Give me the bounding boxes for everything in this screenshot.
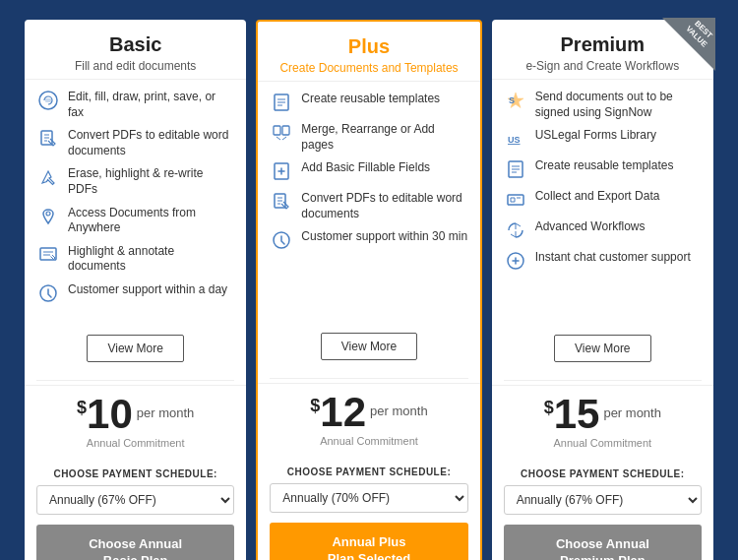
svg-rect-15 bbox=[508, 195, 523, 205]
feature-icon-0: S bbox=[504, 89, 527, 112]
feature-text: Convert PDFs to editable word documents bbox=[68, 128, 234, 158]
price-section: $ 15 per month Annual Commitment bbox=[492, 385, 713, 461]
feature-icon-4 bbox=[504, 218, 527, 242]
feature-text: Collect and Export Data bbox=[535, 189, 702, 205]
feature-text: Create reusable templates bbox=[535, 158, 702, 174]
plans-container: Basic Fill and edit documents Edit, fill… bbox=[10, 10, 728, 560]
feature-text: Merge, Rearrange or Add pages bbox=[301, 122, 467, 153]
payment-select[interactable]: Annually (70% OFF) bbox=[270, 483, 467, 513]
choose-plan-button[interactable]: Annual PlusPlan Selected bbox=[270, 523, 467, 560]
price-per: per month bbox=[137, 405, 195, 420]
plan-card-plus: Plus Create Documents and Templates Crea… bbox=[256, 20, 481, 560]
feature-item: Access Documents from Anywhere bbox=[36, 206, 234, 236]
price-section: $ 10 per month Annual Commitment bbox=[25, 385, 246, 461]
feature-item: Create reusable templates bbox=[270, 92, 467, 114]
payment-section: CHOOSE PAYMENT SCHEDULE: Annually (70% O… bbox=[258, 459, 479, 560]
view-more-button[interactable]: View More bbox=[87, 335, 183, 362]
plan-name: Premium bbox=[502, 33, 704, 56]
payment-select[interactable]: Annually (67% OFF) bbox=[504, 485, 702, 515]
plan-subtitle: e-Sign and Create Workflows bbox=[502, 59, 704, 73]
divider bbox=[36, 380, 234, 381]
payment-label: CHOOSE PAYMENT SCHEDULE: bbox=[36, 468, 234, 479]
payment-section: CHOOSE PAYMENT SCHEDULE: Annually (67% O… bbox=[492, 461, 713, 560]
feature-item: S Send documents out to be signed using … bbox=[504, 90, 702, 120]
features-list: Edit, fill, draw, print, save, or fax Co… bbox=[25, 80, 246, 323]
feature-icon-2 bbox=[504, 157, 527, 181]
feature-text: Customer support within 30 min bbox=[301, 229, 467, 245]
annual-commitment: Annual Commitment bbox=[268, 435, 469, 447]
view-more-button[interactable]: View More bbox=[321, 333, 417, 360]
feature-text: Highlight & annotate documents bbox=[68, 244, 234, 275]
feature-icon-0 bbox=[36, 89, 60, 112]
feature-item: Erase, highlight & re-write PDFs bbox=[36, 166, 234, 197]
feature-icon-4 bbox=[36, 243, 60, 267]
feature-item: Collect and Export Data bbox=[504, 189, 702, 212]
plan-card-basic: Basic Fill and edit documents Edit, fill… bbox=[25, 20, 246, 560]
features-list: S Send documents out to be signed using … bbox=[492, 80, 713, 323]
feature-item: Merge, Rearrange or Add pages bbox=[270, 122, 467, 153]
feature-item: Advanced Workflows bbox=[504, 219, 702, 242]
plan-name: Basic bbox=[34, 33, 236, 56]
price-number: 15 bbox=[554, 394, 600, 435]
feature-item: Customer support within a day bbox=[36, 282, 234, 305]
annual-commitment: Annual Commitment bbox=[502, 437, 704, 449]
svg-rect-7 bbox=[274, 126, 280, 135]
feature-item: Convert PDFs to editable word documents bbox=[36, 128, 234, 158]
price-number: 10 bbox=[87, 394, 133, 435]
payment-section: CHOOSE PAYMENT SCHEDULE: Annually (67% O… bbox=[25, 461, 246, 560]
plan-subtitle: Create Documents and Templates bbox=[268, 61, 469, 75]
svg-point-3 bbox=[46, 212, 50, 216]
choose-plan-button[interactable]: Choose AnnualBasic Plan bbox=[36, 525, 234, 560]
feature-item: Convert PDFs to editable word documents bbox=[270, 191, 467, 221]
svg-rect-8 bbox=[282, 126, 289, 135]
feature-icon-5 bbox=[504, 249, 527, 273]
feature-text: Send documents out to be signed using Si… bbox=[535, 90, 702, 120]
svg-rect-4 bbox=[40, 248, 56, 260]
feature-text: Erase, highlight & re-write PDFs bbox=[68, 166, 234, 197]
feature-text: USLegal Forms Library bbox=[535, 128, 702, 144]
plan-subtitle: Fill and edit documents bbox=[34, 59, 236, 73]
best-value-text: BESTVALUE bbox=[685, 17, 716, 48]
price-per: per month bbox=[603, 405, 661, 420]
feature-icon-4 bbox=[270, 228, 293, 252]
feature-icon-3 bbox=[270, 190, 293, 214]
price-dollar: $ bbox=[77, 398, 87, 418]
svg-rect-1 bbox=[45, 98, 51, 102]
feature-text: Instant chat customer support bbox=[535, 250, 702, 266]
plan-header: Basic Fill and edit documents bbox=[25, 20, 246, 80]
plan-name: Plus bbox=[268, 35, 469, 58]
feature-icon-2 bbox=[36, 165, 60, 189]
feature-text: Advanced Workflows bbox=[535, 219, 702, 235]
price-section: $ 12 per month Annual Commitment bbox=[258, 383, 479, 459]
feature-text: Edit, fill, draw, print, save, or fax bbox=[68, 90, 234, 120]
price-dollar: $ bbox=[310, 396, 320, 416]
feature-text: Convert PDFs to editable word documents bbox=[301, 191, 467, 221]
feature-item: Highlight & annotate documents bbox=[36, 244, 234, 275]
feature-text: Customer support within a day bbox=[68, 282, 234, 298]
payment-label: CHOOSE PAYMENT SCHEDULE: bbox=[504, 468, 702, 479]
view-more-button[interactable]: View More bbox=[554, 335, 650, 362]
payment-label: CHOOSE PAYMENT SCHEDULE: bbox=[270, 467, 467, 477]
feature-text: Add Basic Fillable Fields bbox=[301, 160, 467, 176]
feature-icon-1: US bbox=[504, 127, 527, 151]
features-list: Create reusable templates Merge, Rearran… bbox=[258, 82, 479, 321]
svg-text:US: US bbox=[508, 135, 521, 145]
feature-item: Instant chat customer support bbox=[504, 250, 702, 273]
price-dollar: $ bbox=[544, 398, 554, 418]
annual-commitment: Annual Commitment bbox=[34, 437, 236, 449]
divider bbox=[504, 380, 702, 381]
feature-item: Add Basic Fillable Fields bbox=[270, 160, 467, 183]
feature-item: Create reusable templates bbox=[504, 158, 702, 181]
feature-icon-5 bbox=[36, 281, 60, 305]
feature-icon-0 bbox=[270, 91, 293, 114]
feature-icon-3 bbox=[504, 188, 527, 212]
feature-icon-1 bbox=[270, 121, 293, 145]
divider bbox=[270, 378, 467, 379]
svg-text:S: S bbox=[509, 95, 515, 105]
feature-icon-3 bbox=[36, 205, 60, 228]
payment-select[interactable]: Annually (67% OFF) bbox=[36, 485, 234, 515]
plan-header: Plus Create Documents and Templates bbox=[258, 22, 479, 82]
feature-icon-1 bbox=[36, 127, 60, 151]
price-number: 12 bbox=[320, 392, 366, 433]
choose-plan-button[interactable]: Choose AnnualPremium Plan bbox=[504, 525, 702, 560]
